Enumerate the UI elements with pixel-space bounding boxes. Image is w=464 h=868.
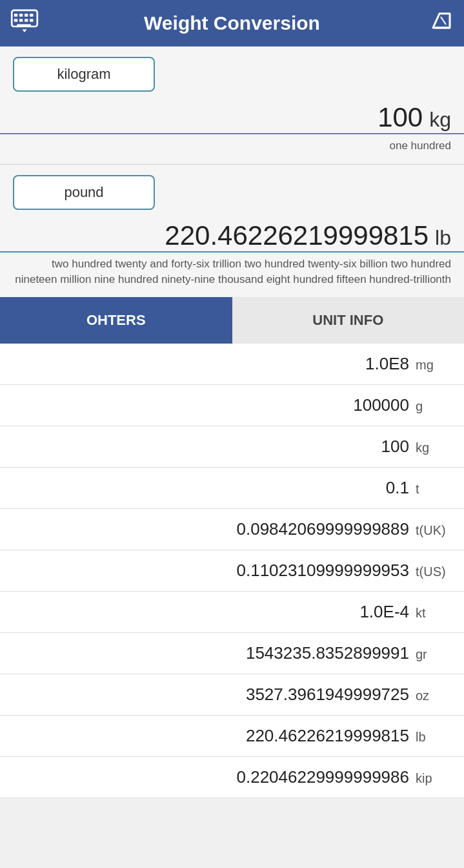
from-unit-selector: kilogram [0, 46, 464, 97]
from-unit-section: kilogram 100 kg one hundred [0, 46, 464, 164]
svg-rect-1 [14, 14, 17, 17]
keyboard-icon[interactable] [10, 9, 39, 37]
conversion-row[interactable]: 0.09842069999999889t(UK) [0, 509, 464, 550]
conversion-value: 1.0E8 [13, 354, 409, 374]
from-value-words: one hundred [0, 134, 464, 164]
from-value-row: 100 kg [0, 97, 464, 134]
to-unit-section: pound 220.46226219999815 lb two hundred … [0, 165, 464, 298]
svg-rect-6 [19, 19, 23, 22]
from-value-number: 100 [378, 102, 423, 133]
conversion-unit: kt [416, 606, 451, 621]
to-unit-selector: pound [0, 165, 464, 215]
conversion-unit: lb [416, 730, 451, 745]
to-value-row: 220.46226219999815 lb [0, 215, 464, 253]
svg-line-13 [441, 17, 446, 25]
from-unit-button[interactable]: kilogram [13, 57, 155, 92]
conversion-row[interactable]: 0.22046229999999986kip [0, 757, 464, 798]
tab-others[interactable]: OHTERS [0, 297, 232, 344]
page-title: Weight Conversion [39, 12, 425, 34]
conversion-row[interactable]: 1543235.8352899991gr [0, 633, 464, 674]
conversion-unit: t [416, 482, 451, 497]
conversion-value: 0.1 [13, 478, 409, 498]
conversion-value: 0.09842069999999889 [13, 519, 409, 539]
conversion-row[interactable]: 100kg [0, 426, 464, 468]
svg-rect-9 [17, 24, 31, 27]
app-header: Weight Conversion [0, 0, 464, 46]
svg-rect-3 [25, 14, 28, 17]
tab-others-label: OHTERS [86, 312, 146, 329]
conversion-unit: oz [416, 688, 451, 703]
to-unit-button[interactable]: pound [13, 175, 155, 210]
conversion-unit: t(US) [416, 564, 451, 579]
conversion-unit: t(UK) [416, 523, 451, 538]
erase-icon[interactable] [425, 8, 454, 39]
to-value-words: two hundred twenty and forty-six trillio… [0, 253, 464, 298]
conversion-value: 1.0E-4 [13, 602, 409, 622]
conversion-unit: kg [416, 440, 451, 455]
svg-rect-8 [30, 19, 33, 22]
conversion-value: 100 [13, 437, 409, 457]
svg-rect-0 [12, 10, 37, 26]
svg-marker-10 [22, 30, 26, 33]
svg-marker-11 [433, 14, 450, 28]
conversion-unit: g [416, 399, 451, 414]
to-value-unit: lb [435, 226, 451, 250]
conversion-unit: kip [416, 771, 451, 786]
conversion-value: 3527.3961949999725 [13, 685, 409, 705]
conversion-unit: mg [416, 358, 451, 373]
conversion-unit: gr [416, 647, 451, 662]
conversion-value: 1543235.8352899991 [13, 643, 409, 663]
conversion-value: 0.11023109999999953 [13, 561, 409, 581]
to-value-number: 220.46226219999815 [165, 220, 429, 251]
conversion-row[interactable]: 0.11023109999999953t(US) [0, 550, 464, 592]
tab-bar: OHTERS UNIT INFO [0, 297, 464, 344]
conversion-value: 220.46226219999815 [13, 726, 409, 746]
conversion-row[interactable]: 220.46226219999815lb [0, 716, 464, 757]
svg-rect-2 [19, 14, 23, 17]
svg-rect-5 [14, 19, 17, 22]
from-value-unit: kg [429, 108, 451, 132]
conversion-value: 0.22046229999999986 [13, 767, 409, 787]
conversion-list: 1.0E8mg100000g100kg0.1t0.098420699999998… [0, 344, 464, 798]
conversion-row[interactable]: 0.1t [0, 468, 464, 509]
tab-unit-info-label: UNIT INFO [312, 312, 383, 329]
conversion-value: 100000 [13, 395, 409, 415]
conversion-row[interactable]: 100000g [0, 385, 464, 426]
conversion-row[interactable]: 1.0E8mg [0, 344, 464, 385]
svg-rect-4 [30, 14, 33, 17]
svg-rect-7 [25, 19, 28, 22]
conversion-row[interactable]: 1.0E-4kt [0, 592, 464, 633]
conversion-row[interactable]: 3527.3961949999725oz [0, 674, 464, 716]
tab-unit-info[interactable]: UNIT INFO [232, 297, 465, 344]
